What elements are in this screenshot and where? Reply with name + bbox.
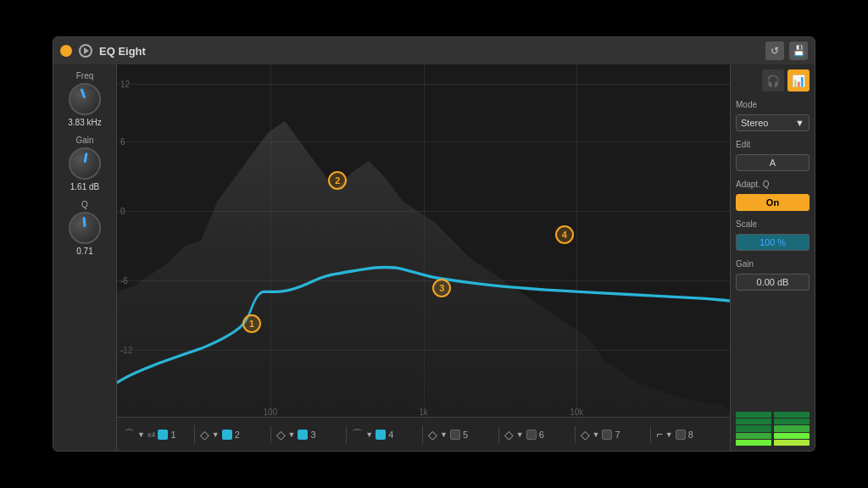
band-selectors: ⌒ ▼ x4 1 ◇ ▼ 2 ◇ ▼ 3 — [117, 417, 730, 451]
band-selector-4[interactable]: ⌒ ▼ 4 — [348, 425, 423, 444]
plugin-window: EQ Eight ↺ 💾 Freq 3.83 kHz Gain 1.61 dB … — [53, 36, 815, 452]
mode-label: Mode — [736, 100, 810, 109]
adaptq-label: Adapt. Q — [736, 180, 810, 189]
eq-svg — [117, 64, 730, 417]
band7-dropdown[interactable]: ▼ — [593, 430, 600, 439]
band2-filter-icon: ◇ — [200, 428, 209, 441]
mode-value: Stereo — [741, 118, 768, 128]
band6-filter-icon: ◇ — [504, 428, 514, 441]
adaptq-value[interactable]: On — [736, 194, 810, 211]
vu-bar — [736, 412, 771, 418]
band6-num: 6 — [539, 430, 544, 440]
band-selector-5[interactable]: ◇ ▼ 5 — [425, 426, 499, 443]
band7-num: 7 — [615, 430, 620, 440]
play-button[interactable] — [79, 44, 92, 58]
vu-meter — [736, 412, 810, 446]
vu-bar — [774, 440, 810, 446]
freq-section: Freq 3.83 kHz — [68, 71, 101, 127]
title-icons: ↺ 💾 — [765, 42, 808, 60]
vu-bar — [736, 433, 771, 439]
right-panel: 🎧 📊 Mode Stereo ▼ Edit A Adapt. Q On Sca… — [730, 64, 815, 451]
vu-bar — [736, 419, 771, 424]
mode-dropdown[interactable]: Stereo ▼ — [736, 114, 810, 131]
band-selector-7[interactable]: ◇ ▼ 7 — [577, 426, 652, 443]
band6-inactive-box[interactable] — [526, 430, 537, 440]
plugin-title: EQ Eight — [99, 45, 759, 58]
band-selector-2[interactable]: ◇ ▼ 2 — [197, 426, 271, 443]
spectrum-icon[interactable]: 📊 — [787, 69, 810, 92]
band8-dropdown[interactable]: ▼ — [665, 430, 673, 439]
vu-bar — [736, 440, 771, 446]
band3-num: 3 — [310, 430, 315, 440]
vu-bar — [774, 412, 810, 418]
band-selector-6[interactable]: ◇ ▼ 6 — [501, 426, 576, 443]
headphone-icon[interactable]: 🎧 — [762, 69, 784, 92]
gain-value: 1.61 dB — [70, 182, 99, 191]
eq-display[interactable]: 12 6 0 -6 -12 100 1k 10k — [117, 64, 730, 451]
band1-num: 1 — [170, 430, 175, 440]
gain-knob[interactable] — [69, 147, 101, 180]
vu-bar — [774, 433, 810, 439]
band1-multiplier: x4 — [147, 430, 156, 439]
band2-active-box[interactable] — [222, 430, 232, 440]
band4-active-box[interactable] — [376, 430, 386, 440]
refresh-icon[interactable]: ↺ — [765, 42, 784, 60]
vu-bar — [774, 425, 810, 431]
freq-value: 3.83 kHz — [68, 118, 101, 127]
band8-num: 8 — [688, 430, 693, 440]
scale-value[interactable]: 100 % — [736, 234, 810, 251]
main-content: Freq 3.83 kHz Gain 1.61 dB Q 0.71 — [53, 64, 815, 451]
edit-label: Edit — [736, 140, 810, 149]
mode-dropdown-arrow: ▼ — [795, 118, 804, 128]
q-knob[interactable] — [69, 212, 101, 244]
band-selector-3[interactable]: ◇ ▼ 3 — [273, 426, 348, 443]
q-section: Q 0.71 — [69, 200, 101, 256]
band6-dropdown[interactable]: ▼ — [516, 430, 524, 439]
band-node-2[interactable]: 2 — [328, 171, 347, 190]
gain-label: Gain — [75, 136, 93, 145]
band4-num: 4 — [388, 430, 393, 440]
band-selector-8[interactable]: ⌐ ▼ 8 — [653, 426, 726, 442]
band3-active-box[interactable] — [298, 430, 308, 440]
q-value: 0.71 — [76, 247, 92, 256]
gain-value[interactable]: 0.00 dB — [736, 274, 810, 291]
band-node-3[interactable]: 3 — [432, 279, 451, 297]
band1-filter-icon: ⌒ — [124, 427, 135, 442]
band-node-4[interactable]: 4 — [555, 225, 574, 244]
title-bar: EQ Eight ↺ 💾 — [53, 37, 815, 64]
band3-dropdown[interactable]: ▼ — [288, 430, 296, 439]
save-icon[interactable]: 💾 — [789, 42, 808, 60]
band5-inactive-box[interactable] — [450, 430, 460, 440]
band1-dropdown[interactable]: ▼ — [137, 430, 145, 439]
band8-filter-icon: ⌐ — [656, 428, 663, 441]
band4-dropdown[interactable]: ▼ — [365, 430, 373, 439]
q-label: Q — [81, 200, 88, 209]
band5-filter-icon: ◇ — [428, 428, 437, 441]
power-button[interactable] — [60, 45, 72, 57]
vu-bar — [774, 419, 810, 424]
svg-marker-0 — [117, 121, 730, 417]
band2-dropdown[interactable]: ▼ — [212, 430, 220, 439]
band1-active-box[interactable] — [158, 430, 168, 440]
right-top-icons: 🎧 📊 — [736, 69, 810, 92]
vu-left — [736, 412, 771, 446]
gain-section: Gain 1.61 dB — [69, 136, 101, 191]
vu-bar — [736, 425, 771, 431]
band2-num: 2 — [235, 430, 240, 440]
band-node-1[interactable]: 1 — [242, 314, 261, 333]
band3-filter-icon: ◇ — [276, 428, 286, 441]
freq-label: Freq — [76, 71, 94, 80]
gain-label: Gain — [736, 259, 810, 269]
band7-filter-icon: ◇ — [581, 428, 590, 441]
edit-value[interactable]: A — [736, 154, 810, 171]
left-panel: Freq 3.83 kHz Gain 1.61 dB Q 0.71 — [53, 64, 117, 451]
scale-label: Scale — [736, 219, 810, 229]
band4-filter-icon: ⌒ — [352, 427, 363, 442]
band8-inactive-box[interactable] — [676, 430, 686, 440]
vu-right — [774, 412, 810, 446]
band5-dropdown[interactable]: ▼ — [440, 430, 448, 439]
band7-inactive-box[interactable] — [602, 430, 612, 440]
freq-knob[interactable] — [69, 83, 101, 115]
band-selector-1[interactable]: ⌒ ▼ x4 1 — [120, 425, 195, 444]
band5-num: 5 — [463, 430, 468, 440]
